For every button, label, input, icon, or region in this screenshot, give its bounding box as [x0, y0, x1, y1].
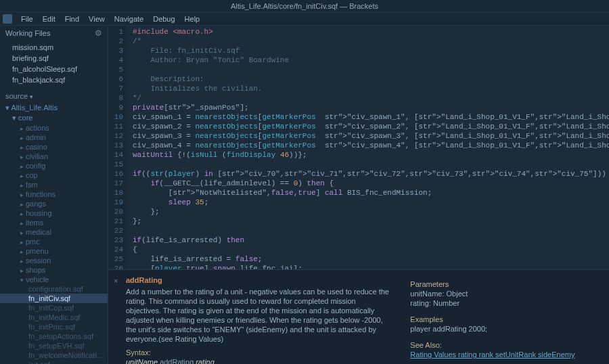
working-file[interactable]: fn_alcoholSleep.sqf — [0, 64, 108, 74]
window-titlebar: Altis_Life.Altis/core/fn_initCiv.sqf — B… — [0, 0, 609, 12]
app-logo-icon — [3, 14, 12, 24]
main-area: Working Files ⚙ mission.sqmbriefing.sqff… — [0, 26, 609, 364]
tree-item[interactable]: ▾ core — [0, 113, 108, 123]
tree-item[interactable]: ▸shops — [0, 265, 108, 275]
gear-icon[interactable]: ⚙ — [95, 28, 102, 38]
tree-item[interactable]: ▸pmenu — [0, 246, 108, 256]
menubar: FileEditFindViewNavigateDebugHelp — [0, 12, 609, 26]
tree-item[interactable]: ▸config — [0, 161, 108, 170]
source-header[interactable]: source ▾ — [0, 89, 108, 103]
tree-item[interactable]: ▸functions — [0, 189, 108, 199]
tree-item[interactable]: ▸fsm — [0, 180, 108, 189]
working-file[interactable]: mission.sqm — [0, 42, 108, 53]
tree-item[interactable]: ▸items — [0, 218, 108, 227]
tree-item[interactable]: ▸session — [0, 256, 108, 265]
menu-debug[interactable]: Debug — [148, 14, 179, 24]
docs-example: player addRating 2000; — [410, 324, 601, 334]
docs-left: addRating Add a number to the rating of … — [123, 275, 403, 359]
docs-body: Add a number to the rating of a unit - n… — [126, 287, 392, 344]
tree-item[interactable]: ▸admin — [0, 133, 108, 142]
working-files-label: Working Files — [5, 29, 50, 37]
tree-item[interactable]: ▸housing — [0, 208, 108, 218]
docs-panel: × addRating Add a number to the rating o… — [108, 269, 609, 364]
close-icon[interactable]: × — [114, 275, 123, 359]
docs-seealso: Rating Values rating rank setUnitRank si… — [410, 350, 601, 359]
tree-item[interactable]: fn_welcomeNotification.sqf — [0, 350, 108, 360]
docs-examples-label: Examples — [410, 315, 601, 324]
working-files-list: mission.sqmbriefing.sqffn_alcoholSleep.s… — [0, 41, 108, 89]
menu-file[interactable]: File — [16, 14, 38, 24]
tree-item[interactable]: fn_setupActions.sqf — [0, 332, 108, 341]
editor-area: 1234567891011121314151617181920212223242… — [108, 26, 609, 364]
tree-item[interactable]: fn_initMedic.sqf — [0, 313, 108, 322]
docs-title: addRating — [126, 275, 392, 285]
tree-item[interactable]: ▸actions — [0, 123, 108, 133]
tree-item[interactable]: init.sqf — [0, 360, 108, 364]
working-files-header[interactable]: Working Files ⚙ — [0, 26, 108, 41]
docs-params-label: Parameters — [410, 279, 601, 289]
tree-item[interactable]: fn_initCop.sqf — [0, 303, 108, 313]
tree-item[interactable]: fn_initCiv.sqf — [0, 294, 108, 303]
docs-right: Parameters unitName: Objectrating: Numbe… — [403, 275, 601, 359]
working-file[interactable]: fn_blackjack.sqf — [0, 74, 108, 85]
code-editor[interactable]: 1234567891011121314151617181920212223242… — [108, 26, 609, 269]
tree-item[interactable]: ▸pmc — [0, 237, 108, 246]
tree-item[interactable]: ▸cop — [0, 170, 108, 180]
tree-item[interactable]: fn_setupEVH.sqf — [0, 341, 108, 350]
menu-navigate[interactable]: Navigate — [110, 14, 148, 24]
docs-syntax-label: Syntax: — [126, 348, 392, 357]
docs-params: unitName: Objectrating: Number — [410, 289, 601, 308]
sidebar: Working Files ⚙ mission.sqmbriefing.sqff… — [0, 26, 108, 364]
docs-syntax: unitName addRating rating — [126, 357, 392, 364]
file-tree: ▾ Altis_Life.Altis▾ core▸actions▸admin▸c… — [0, 103, 108, 364]
tree-item[interactable]: ▸gangs — [0, 199, 108, 208]
tree-item[interactable]: fn_initPmc.sqf — [0, 322, 108, 332]
menu-edit[interactable]: Edit — [38, 14, 60, 24]
tree-item[interactable]: ▾vehicle — [0, 275, 108, 284]
tree-item[interactable]: configuration.sqf — [0, 284, 108, 294]
menu-view[interactable]: View — [84, 14, 110, 24]
working-file[interactable]: briefing.sqf — [0, 53, 108, 64]
code-content[interactable]: #include <macro.h>/* File: fn_initCiv.sq… — [127, 26, 609, 269]
tree-item[interactable]: ▸civilian — [0, 152, 108, 161]
menu-find[interactable]: Find — [60, 14, 84, 24]
tree-item[interactable]: ▸medical — [0, 227, 108, 237]
docs-seealso-label: See Also: — [410, 340, 601, 350]
window-title: Altis_Life.Altis/core/fn_initCiv.sqf — B… — [231, 2, 378, 10]
tree-item[interactable]: ▾ Altis_Life.Altis — [0, 103, 108, 113]
menu-help[interactable]: Help — [180, 14, 205, 24]
seealso-link[interactable]: Rating Values rating rank setUnitRank si… — [410, 350, 574, 359]
tree-item[interactable]: ▸casino — [0, 142, 108, 152]
line-gutter: 1234567891011121314151617181920212223242… — [108, 26, 127, 269]
